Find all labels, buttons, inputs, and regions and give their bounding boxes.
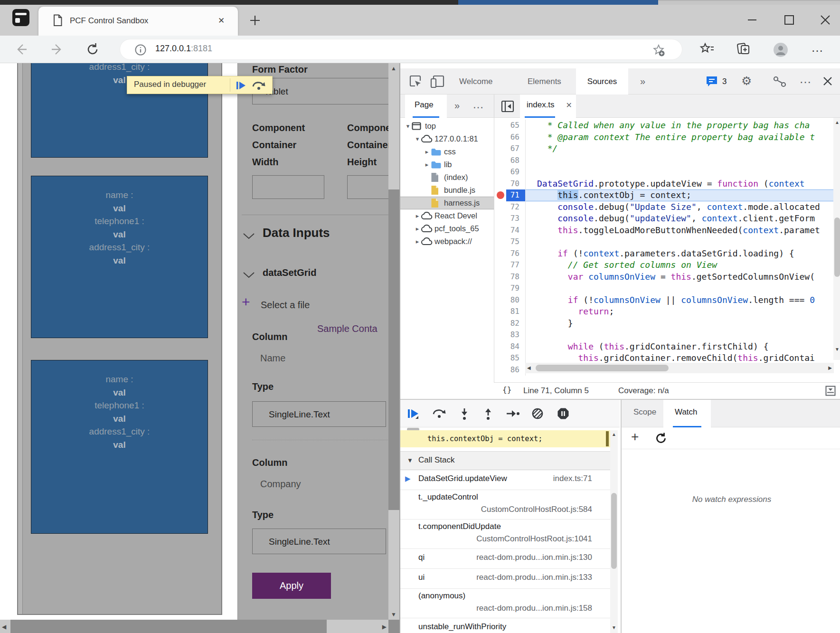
call-stack-frame[interactable]: qireact-dom.produ...ion.min.js:130	[400, 549, 610, 569]
navigator-menu-icon[interactable]: …	[472, 98, 484, 111]
code-line-73[interactable]: console.debug("updateView", context.clie…	[526, 213, 840, 225]
pause-on-exceptions-icon[interactable]	[557, 407, 570, 421]
gutter-line-84[interactable]: 84	[494, 341, 525, 353]
editor-tab-index-ts[interactable]: index.ts ✕	[520, 94, 576, 118]
code-line-72[interactable]: console.debug("Update Size", context.mod…	[526, 201, 840, 213]
code-line-67[interactable]: */	[526, 143, 840, 155]
tree-item-127.0.0.1-81[interactable]: ▾127.0.0.1:81	[400, 132, 494, 145]
gutter-line-77[interactable]: 77	[494, 259, 525, 271]
scroll-right-icon[interactable]: ▶	[828, 365, 832, 370]
sample-file-link[interactable]: Sample Conta	[317, 323, 378, 334]
code-line-70[interactable]: DataSetGrid.prototype.updateView = funct…	[526, 178, 840, 190]
gutter-line-71[interactable]: 71	[494, 189, 525, 201]
code-line-84[interactable]: while (this.gridContainer.firstChild) {	[526, 341, 840, 353]
tab-actions-icon[interactable]	[12, 9, 29, 26]
tab-sources[interactable]: Sources	[576, 68, 628, 94]
call-stack-frame[interactable]: t.componentDidUpdateCustomControlHostRoo…	[400, 520, 610, 549]
type-select[interactable]: SingleLine.Text	[252, 401, 386, 427]
tab-elements[interactable]: Elements	[528, 68, 561, 94]
url-text[interactable]: 127.0.0.1:8181	[155, 44, 212, 54]
back-icon[interactable]	[14, 42, 28, 57]
scroll-left-icon[interactable]: ◀	[527, 365, 531, 370]
devtools-close-icon[interactable]	[822, 76, 833, 87]
code-line-85[interactable]: this.gridContainer.removeChild(this.grid…	[526, 352, 840, 364]
gutter-line-65[interactable]: 65	[494, 120, 525, 132]
code-line-66[interactable]: * @param context The entire property bag…	[526, 132, 840, 143]
gutter-line-75[interactable]: 75	[494, 236, 525, 248]
call-stack-frame[interactable]: (anonymous)react-dom.produ...ion.min.js:…	[400, 589, 610, 618]
code-line-74[interactable]: this.toggleLoadMoreButtonWhenNeeded(cont…	[526, 225, 840, 236]
page-horizontal-scrollbar[interactable]: ◀ ▶	[0, 620, 388, 633]
code-line-79[interactable]	[526, 283, 840, 294]
code-line-65[interactable]: * Called when any value in the property …	[526, 120, 840, 132]
add-watch-icon[interactable]: +	[631, 429, 639, 444]
chevron-collapsed-icon[interactable]: ▸	[414, 225, 421, 232]
tree-item-css[interactable]: ▸css	[400, 145, 494, 158]
select-a-file-button[interactable]: Select a file	[261, 300, 310, 311]
code-line-77[interactable]: // Get sorted columns on View	[526, 259, 840, 271]
new-tab-button[interactable]	[249, 14, 262, 28]
deactivate-breakpoints-icon[interactable]	[531, 407, 545, 421]
window-close-button[interactable]	[819, 14, 832, 26]
more-tabs-icon[interactable]: »	[640, 68, 645, 94]
editor-horizontal-scrollbar[interactable]: ◀ ▶	[525, 363, 834, 373]
close-file-icon[interactable]: ✕	[566, 101, 572, 110]
gutter-line-83[interactable]: 83	[494, 329, 525, 341]
scroll-down-icon[interactable]: ▼	[612, 625, 616, 630]
chevron-down-icon[interactable]	[243, 232, 255, 240]
address-bar[interactable]: 127.0.0.1:8181	[120, 39, 682, 60]
resume-script-icon[interactable]	[236, 80, 247, 91]
code-line-69[interactable]	[526, 166, 840, 178]
chevron-down-icon[interactable]	[243, 271, 255, 279]
gutter-line-81[interactable]: 81	[494, 306, 525, 318]
gutter-line-67[interactable]: 67	[494, 143, 525, 155]
tree-item-lib[interactable]: ▸lib	[400, 158, 494, 171]
browser-menu-icon[interactable]: …	[811, 40, 825, 55]
gutter-line-78[interactable]: 78	[494, 271, 525, 283]
gutter-line-73[interactable]: 73	[494, 213, 525, 225]
tree-item-react-devel[interactable]: ▸React Devel	[400, 209, 494, 222]
tree-item-top[interactable]: ▾top	[400, 120, 494, 132]
window-minimize-button[interactable]	[746, 14, 759, 26]
step-icon[interactable]	[506, 407, 519, 421]
collapse-sidebar-icon[interactable]	[501, 100, 514, 113]
profile-avatar[interactable]	[773, 42, 787, 57]
editor-code[interactable]: * Called when any value in the property …	[525, 120, 840, 376]
inspect-element-icon[interactable]	[408, 75, 423, 89]
container-height-input[interactable]	[347, 175, 388, 199]
tab-scope[interactable]: Scope	[633, 407, 656, 417]
tab-welcome[interactable]: Welcome	[459, 68, 493, 94]
call-stack-frame[interactable]: t._updateControlCustomControlHostRoot.js…	[400, 490, 610, 520]
reload-icon[interactable]	[85, 42, 100, 57]
refresh-watch-icon[interactable]	[655, 432, 667, 444]
quick-source-drawer-icon[interactable]	[825, 385, 836, 397]
call-stack-frame[interactable]: ▶DataSetGrid.updateViewindex.ts:71	[400, 470, 610, 490]
editor-vertical-scrollbar[interactable]: ▲ ▼	[833, 118, 840, 360]
tree-item-webpack-[interactable]: ▸webpack://	[400, 235, 494, 248]
navigator-tab-page[interactable]: Page	[405, 94, 447, 118]
breakpoint-icon[interactable]	[497, 191, 504, 199]
gutter-line-68[interactable]: 68	[494, 155, 525, 167]
settings-gear-icon[interactable]: ⚙	[741, 74, 752, 88]
call-stack-frame[interactable]: uireact-dom.produ...ion.min.js:133	[400, 569, 610, 589]
issues-icon[interactable]	[705, 75, 718, 87]
forward-icon[interactable]	[50, 42, 64, 57]
editor-gutter[interactable]: 6566676869707172737475767778798081828384…	[494, 120, 525, 376]
gutter-line-86[interactable]: 86	[494, 364, 525, 376]
gutter-line-70[interactable]: 70	[494, 178, 525, 190]
paused-breakpoint-row[interactable]: this.contextObj = context;	[400, 430, 610, 447]
step-out-icon[interactable]	[482, 407, 495, 421]
tree-item-bundle.js[interactable]: bundle.js	[400, 184, 494, 197]
pretty-print-icon[interactable]: {}	[502, 385, 511, 394]
code-line-80[interactable]: if (!columnsOnView || columnsOnView.leng…	[526, 294, 840, 306]
page-vertical-scrollbar[interactable]: ▲ ▼	[388, 63, 399, 620]
chevron-expanded-icon[interactable]: ▾	[414, 135, 421, 142]
code-line-68[interactable]	[526, 155, 840, 167]
tree-item-pcf-tools-65[interactable]: ▸pcf_tools_65	[400, 222, 494, 235]
more-navigator-tabs-icon[interactable]: »	[454, 100, 460, 111]
chevron-expanded-icon[interactable]: ▾	[404, 123, 412, 130]
gutter-line-69[interactable]: 69	[494, 166, 525, 178]
add-favorite-icon[interactable]	[652, 44, 666, 57]
call-stack-header[interactable]: ▼ Call Stack	[400, 451, 610, 470]
scroll-right-icon[interactable]: ▶	[382, 624, 387, 630]
